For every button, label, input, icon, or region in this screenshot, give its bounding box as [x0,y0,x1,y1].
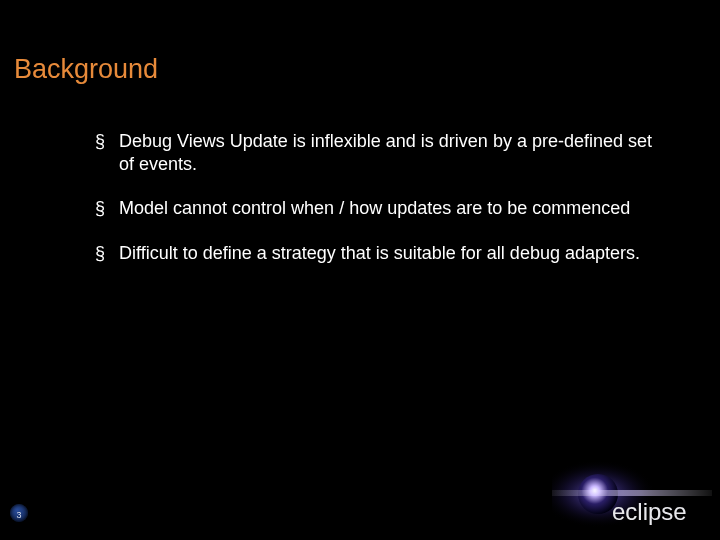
bullet-item: Model cannot control when / how updates … [95,197,655,220]
bullet-item: Difficult to define a strategy that is s… [95,242,655,265]
slide: Background Debug Views Update is inflexi… [0,0,720,540]
page-number: 3 [16,506,21,524]
eclipse-logo: eclipse [552,460,712,532]
bullet-list: Debug Views Update is inflexible and is … [95,130,655,286]
page-number-badge: 3 [10,504,28,522]
logo-text: eclipse [612,498,687,525]
slide-title: Background [14,54,158,85]
svg-rect-2 [552,490,712,496]
bullet-item: Debug Views Update is inflexible and is … [95,130,655,175]
